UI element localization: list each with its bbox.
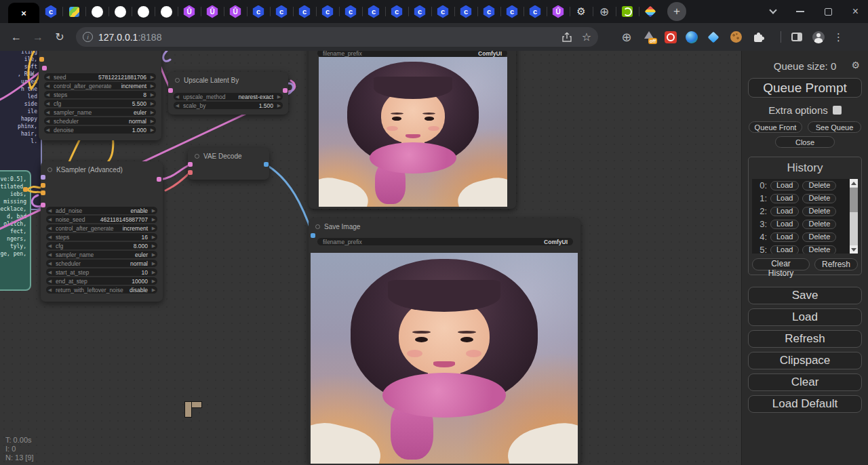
widget-row[interactable]: control_after_generate increment bbox=[44, 82, 156, 89]
browser-menu-icon[interactable]: ⋮ bbox=[833, 31, 844, 43]
bookmark-star-icon[interactable]: ☆ bbox=[582, 31, 591, 43]
latent-image-input-slot[interactable] bbox=[41, 203, 45, 207]
vae-decode-node[interactable]: VAE Decode bbox=[188, 148, 269, 180]
browser-tab[interactable] bbox=[362, 0, 385, 23]
images-input-slot[interactable] bbox=[311, 233, 315, 238]
node-collapse-icon[interactable] bbox=[195, 154, 199, 159]
widget-row[interactable]: scale_by 1.500 bbox=[174, 102, 283, 109]
extra-options-checkbox[interactable] bbox=[833, 106, 842, 115]
conditioning-slot[interactable] bbox=[39, 57, 44, 62]
sidebar-button[interactable]: Save bbox=[748, 287, 862, 304]
widget-row[interactable]: filename_prefix ComfyUI bbox=[317, 238, 573, 245]
browser-tab[interactable] bbox=[39, 0, 62, 23]
history-scrollbar[interactable] bbox=[850, 179, 858, 254]
node-title[interactable]: VAE Decode bbox=[188, 148, 269, 160]
ksampler-node[interactable]: seed 578122121881706 control_after_gener… bbox=[39, 51, 161, 140]
widget-decrement-icon[interactable] bbox=[46, 216, 54, 223]
browser-tab[interactable] bbox=[108, 0, 132, 23]
settings-gear-icon[interactable]: ⚙ bbox=[851, 60, 860, 70]
widget-increment-icon[interactable] bbox=[150, 224, 157, 232]
clear-history-button[interactable]: Clear History bbox=[752, 258, 810, 270]
widget-increment-icon[interactable] bbox=[149, 117, 156, 125]
group-corner-handle[interactable] bbox=[184, 401, 201, 416]
history-load-button[interactable]: Load bbox=[770, 207, 799, 216]
model-input-slot[interactable] bbox=[41, 175, 45, 180]
widget-increment-icon[interactable] bbox=[149, 91, 156, 98]
widget-decrement-icon[interactable] bbox=[46, 233, 54, 241]
extensions-puzzle-icon[interactable] bbox=[751, 31, 765, 44]
history-delete-button[interactable]: Delete bbox=[802, 220, 836, 229]
negative-input-slot[interactable] bbox=[41, 190, 45, 195]
widget-increment-icon[interactable] bbox=[150, 286, 157, 294]
browser-tab[interactable] bbox=[85, 0, 108, 23]
globe-sphere-extension-icon[interactable] bbox=[686, 31, 698, 43]
widget-row[interactable]: scheduler normal bbox=[44, 117, 156, 125]
widget-row[interactable]: steps 16 bbox=[46, 233, 157, 241]
widget-decrement-icon[interactable] bbox=[174, 93, 181, 100]
widget-decrement-icon[interactable] bbox=[44, 117, 52, 125]
globe-extension-icon[interactable] bbox=[620, 31, 633, 44]
browser-tab[interactable] bbox=[316, 0, 339, 23]
browser-tab[interactable] bbox=[431, 0, 454, 23]
node-collapse-icon[interactable] bbox=[315, 224, 320, 229]
minimize-icon[interactable] bbox=[796, 11, 804, 12]
queue-prompt-button[interactable]: Queue Prompt bbox=[748, 78, 862, 98]
reload-icon[interactable]: ↻ bbox=[50, 28, 69, 47]
generated-image-preview[interactable] bbox=[319, 57, 507, 207]
widget-increment-icon[interactable] bbox=[150, 251, 157, 258]
widget-row[interactable]: return_with_leftover_noise disable bbox=[46, 286, 157, 294]
history-delete-button[interactable]: Delete bbox=[802, 207, 836, 216]
site-info-icon[interactable]: i bbox=[83, 32, 93, 42]
widget-decrement-icon[interactable] bbox=[46, 260, 54, 267]
browser-tab[interactable] bbox=[155, 0, 178, 23]
browser-tab[interactable] bbox=[524, 0, 547, 23]
widget-decrement-icon[interactable] bbox=[44, 126, 52, 134]
widget-increment-icon[interactable] bbox=[150, 242, 157, 249]
node-title[interactable]: Upscale Latent By bbox=[168, 72, 288, 84]
node-title[interactable]: Save Image bbox=[309, 218, 580, 230]
widget-row[interactable]: filename_prefix ComfyUI bbox=[317, 51, 507, 57]
positive-input-slot[interactable] bbox=[41, 183, 45, 188]
widget-row[interactable]: scheduler normal bbox=[46, 260, 157, 267]
browser-tab[interactable] bbox=[224, 0, 247, 23]
cookie-extension-icon[interactable] bbox=[729, 31, 743, 44]
widget-increment-icon[interactable] bbox=[149, 73, 156, 81]
browser-tab[interactable] bbox=[570, 0, 593, 23]
widget-row[interactable]: end_at_step 10000 bbox=[46, 277, 157, 285]
red-ring-extension-icon[interactable] bbox=[665, 31, 677, 43]
tab-search-chevron-icon[interactable] bbox=[769, 6, 776, 14]
see-queue-button[interactable]: See Queue bbox=[808, 121, 861, 133]
vae-input-slot[interactable] bbox=[188, 170, 193, 175]
widget-decrement-icon[interactable] bbox=[44, 108, 52, 116]
scrollbar-thumb[interactable] bbox=[850, 188, 858, 212]
latent-output-slot[interactable] bbox=[283, 88, 288, 93]
widget-increment-icon[interactable] bbox=[149, 108, 156, 116]
sidebar-button[interactable]: Clear bbox=[748, 373, 862, 391]
scroll-up-icon[interactable] bbox=[850, 179, 858, 187]
latent-input-slot[interactable] bbox=[168, 88, 173, 93]
share-icon[interactable] bbox=[561, 32, 572, 43]
samples-input-slot[interactable] bbox=[188, 162, 193, 167]
sidebar-button[interactable]: Load Default bbox=[748, 395, 862, 413]
new-tab-button[interactable]: + bbox=[667, 2, 686, 21]
history-delete-button[interactable]: Delete bbox=[802, 245, 836, 254]
upscale-latent-node[interactable]: Upscale Latent By upscale_method nearest… bbox=[168, 72, 288, 115]
widget-decrement-icon[interactable] bbox=[46, 242, 54, 249]
widget-increment-icon[interactable] bbox=[150, 233, 157, 241]
browser-tab[interactable] bbox=[408, 0, 431, 23]
widget-row[interactable]: sampler_name euler bbox=[46, 251, 157, 258]
widget-decrement-icon[interactable] bbox=[46, 224, 54, 232]
widget-increment-icon[interactable] bbox=[149, 126, 156, 134]
widget-increment-icon[interactable] bbox=[150, 260, 157, 267]
widget-row[interactable]: upscale_method nearest-exact bbox=[174, 93, 283, 100]
back-icon[interactable]: ← bbox=[7, 28, 26, 47]
generated-image-preview[interactable] bbox=[311, 253, 578, 464]
widget-increment-icon[interactable] bbox=[149, 100, 156, 107]
sidebar-button[interactable]: Clipspace bbox=[748, 352, 862, 369]
widget-increment-icon[interactable] bbox=[149, 82, 156, 89]
widget-decrement-icon[interactable] bbox=[46, 207, 54, 214]
widget-row[interactable]: cfg 8.000 bbox=[46, 242, 157, 249]
widget-increment-icon[interactable] bbox=[150, 207, 157, 214]
widget-decrement-icon[interactable] bbox=[46, 286, 54, 294]
active-tab[interactable]: × bbox=[8, 3, 39, 23]
